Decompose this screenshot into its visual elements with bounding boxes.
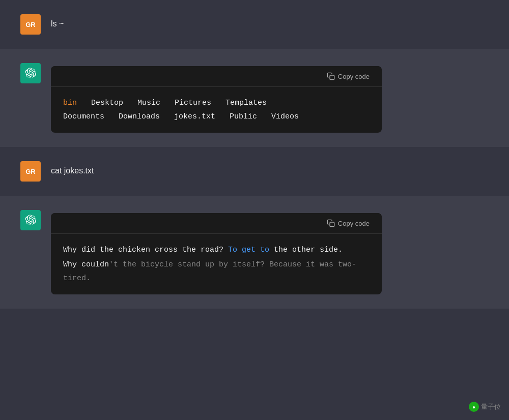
code-block-1: Copy code bin Desktop Music Pictures Tem… bbox=[51, 66, 382, 133]
assistant-message-1: Copy code bin Desktop Music Pictures Tem… bbox=[0, 49, 509, 147]
message-content-3: cat jokes.txt bbox=[51, 161, 489, 177]
token-jokes: jokes.txt bbox=[174, 110, 215, 124]
code-block-body-2: Why did the chicken cross the road? To g… bbox=[51, 234, 382, 294]
token-desktop: Desktop bbox=[91, 96, 123, 110]
user-avatar-2: GR bbox=[20, 161, 41, 182]
message-content-2: Copy code bin Desktop Music Pictures Tem… bbox=[51, 63, 489, 133]
code-block-body-1: bin Desktop Music Pictures Templates Doc… bbox=[51, 87, 382, 133]
token-documents: Documents bbox=[63, 110, 104, 124]
joke-line-2: Why couldn't the bicycle stand up by its… bbox=[63, 258, 370, 285]
watermark: ● 量子位 bbox=[469, 402, 501, 412]
joke-text-colored: To get to bbox=[228, 246, 269, 254]
user-message-1: GR ls ~ bbox=[0, 0, 509, 49]
joke-text-post: the other side. bbox=[269, 246, 343, 254]
assistant-message-2: Copy code Why did the chicken cross the … bbox=[0, 196, 509, 309]
message-content-4: Copy code Why did the chicken cross the … bbox=[51, 210, 489, 294]
wechat-icon: ● bbox=[469, 402, 479, 412]
clipboard-icon-1 bbox=[327, 72, 335, 80]
chat-container: GR ls ~ Copy code bbox=[0, 0, 509, 309]
joke-line-1: Why did the chicken cross the road? To g… bbox=[63, 243, 370, 257]
assistant-avatar-2 bbox=[20, 210, 41, 230]
openai-icon-2 bbox=[25, 215, 36, 226]
token-videos: Videos bbox=[271, 110, 299, 124]
watermark-text: 量子位 bbox=[481, 402, 501, 411]
user-text-1: ls ~ bbox=[51, 19, 64, 28]
token-bin: bin bbox=[63, 96, 77, 110]
token-music: Music bbox=[137, 96, 160, 110]
user-avatar-1: GR bbox=[20, 14, 41, 35]
svg-rect-1 bbox=[330, 222, 334, 227]
token-templates: Templates bbox=[225, 96, 267, 110]
user-message-2: GR cat jokes.txt bbox=[0, 147, 509, 196]
avatar-label-2: GR bbox=[25, 168, 36, 175]
clipboard-icon-2 bbox=[327, 219, 335, 227]
copy-button-2[interactable]: Copy code bbox=[323, 217, 374, 229]
token-public: Public bbox=[230, 110, 257, 124]
copy-label-1: Copy code bbox=[338, 73, 370, 80]
message-content-1: ls ~ bbox=[51, 14, 489, 31]
token-downloads: Downloads bbox=[119, 110, 160, 124]
code-line-2: Documents Downloads jokes.txt Public Vid… bbox=[63, 110, 370, 124]
copy-label-2: Copy code bbox=[338, 220, 370, 227]
token-pictures: Pictures bbox=[175, 96, 211, 110]
code-block-header-2: Copy code bbox=[51, 213, 382, 234]
code-block-header-1: Copy code bbox=[51, 66, 382, 87]
copy-button-1[interactable]: Copy code bbox=[323, 70, 374, 82]
openai-icon bbox=[25, 68, 36, 79]
joke-line2-pre: Why couldn bbox=[63, 260, 109, 269]
user-text-2: cat jokes.txt bbox=[51, 166, 94, 175]
svg-rect-0 bbox=[330, 75, 334, 80]
assistant-avatar-1 bbox=[20, 63, 41, 83]
avatar-label: GR bbox=[25, 21, 36, 28]
joke-text-pre: Why did the chicken cross the road? bbox=[63, 246, 228, 254]
code-line-1: bin Desktop Music Pictures Templates bbox=[63, 96, 370, 110]
code-block-2: Copy code Why did the chicken cross the … bbox=[51, 213, 382, 294]
